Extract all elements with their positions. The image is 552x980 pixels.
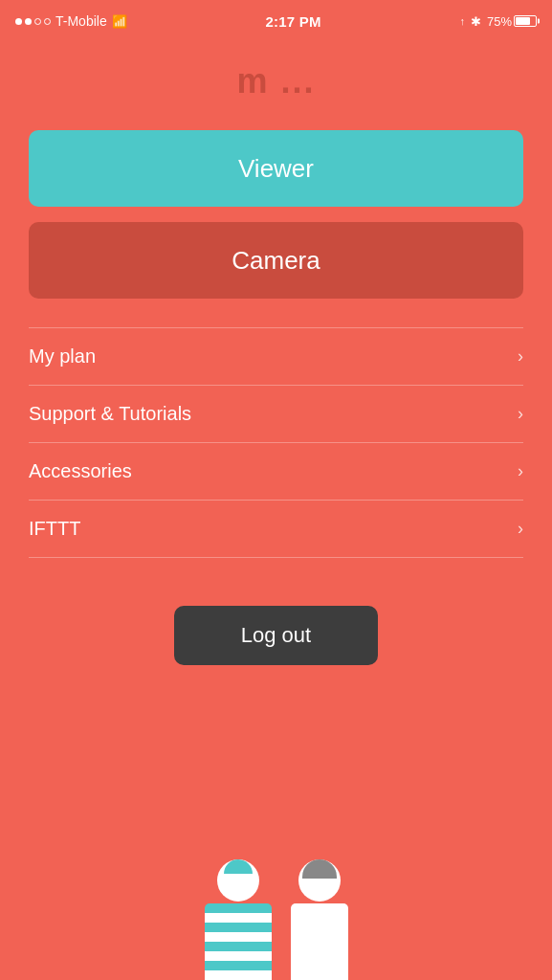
camera-button[interactable]: Camera — [29, 222, 523, 299]
battery-container: 75% — [487, 14, 537, 29]
figure-1-hair — [224, 859, 253, 874]
app-logo: m ... — [0, 42, 552, 130]
figure-2 — [291, 859, 348, 980]
battery-percent: 75% — [487, 14, 512, 29]
menu-list: My plan › Support & Tutorials › Accessor… — [29, 327, 523, 558]
figure-2-hair — [302, 859, 337, 879]
menu-item-label: My plan — [29, 345, 96, 368]
signal-dot-2 — [25, 18, 32, 25]
battery-fill — [516, 17, 530, 25]
battery-icon — [514, 15, 537, 27]
menu-item-accessories[interactable]: Accessories › — [29, 443, 523, 501]
status-left: T-Mobile 📶 — [15, 13, 127, 29]
menu-item-label: IFTTT — [29, 518, 80, 540]
viewer-button[interactable]: Viewer — [29, 130, 523, 207]
location-icon: ↑ — [459, 15, 465, 27]
figure-1-body — [205, 903, 272, 980]
status-right: ↑ ✱ 75% — [459, 14, 537, 29]
signal-strength — [15, 18, 51, 25]
carrier-name: T-Mobile — [55, 13, 107, 29]
bluetooth-icon: ✱ — [471, 14, 481, 29]
menu-item-label: Support & Tutorials — [29, 403, 191, 425]
figure-2-body — [291, 903, 348, 980]
status-bar: T-Mobile 📶 2:17 PM ↑ ✱ 75% — [0, 0, 552, 42]
chevron-right-icon: › — [518, 346, 523, 367]
menu-item-my-plan[interactable]: My plan › — [29, 328, 523, 386]
wifi-icon: 📶 — [112, 14, 127, 29]
menu-item-ifttt[interactable]: IFTTT › — [29, 501, 523, 558]
signal-dot-3 — [34, 18, 41, 25]
figure-2-head — [298, 859, 341, 902]
figure-1 — [205, 859, 272, 980]
chevron-right-icon: › — [518, 519, 523, 539]
signal-dot-1 — [15, 18, 22, 25]
figure-1-head — [217, 859, 259, 902]
menu-item-label: Accessories — [29, 460, 132, 482]
main-content: Viewer Camera My plan › Support & Tutori… — [0, 130, 552, 665]
logout-container: Log out — [29, 606, 523, 665]
menu-item-support-tutorials[interactable]: Support & Tutorials › — [29, 386, 523, 443]
chevron-right-icon: › — [518, 461, 523, 481]
logout-button[interactable]: Log out — [174, 606, 378, 665]
signal-dot-4 — [44, 18, 51, 25]
chevron-right-icon: › — [518, 404, 523, 424]
bottom-illustration — [0, 859, 552, 980]
status-time: 2:17 PM — [266, 13, 321, 30]
